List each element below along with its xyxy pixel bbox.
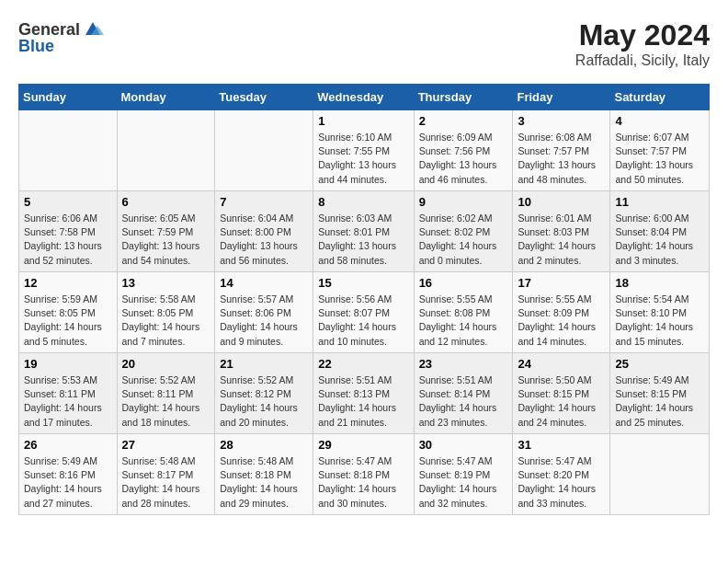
- calendar-day-19: 19Sunrise: 5:53 AMSunset: 8:11 PMDayligh…: [19, 353, 118, 434]
- calendar-day-15: 15Sunrise: 5:56 AMSunset: 8:07 PMDayligh…: [313, 272, 414, 353]
- calendar-day-8: 8Sunrise: 6:03 AMSunset: 8:01 PMDaylight…: [313, 191, 414, 272]
- day-info: Sunrise: 6:02 AMSunset: 8:02 PMDaylight:…: [419, 212, 508, 268]
- location-subtitle: Raffadali, Sicily, Italy: [575, 52, 710, 69]
- day-info: Sunrise: 5:47 AMSunset: 8:18 PMDaylight:…: [318, 454, 408, 511]
- weekday-header-sunday: Sunday: [19, 85, 118, 110]
- day-number: 14: [220, 276, 308, 290]
- day-number: 23: [419, 357, 508, 371]
- calendar-day-1: 1Sunrise: 6:10 AMSunset: 7:55 PMDaylight…: [313, 110, 414, 191]
- calendar-table: SundayMondayTuesdayWednesdayThursdayFrid…: [18, 84, 710, 515]
- day-number: 17: [518, 276, 605, 290]
- day-info: Sunrise: 5:52 AMSunset: 8:11 PMDaylight:…: [122, 373, 210, 430]
- day-number: 29: [318, 438, 408, 452]
- calendar-day-28: 28Sunrise: 5:48 AMSunset: 8:18 PMDayligh…: [215, 434, 313, 515]
- day-info: Sunrise: 5:52 AMSunset: 8:12 PMDaylight:…: [220, 373, 308, 430]
- calendar-week-row: 1Sunrise: 6:10 AMSunset: 7:55 PMDaylight…: [19, 110, 710, 191]
- day-number: 20: [122, 357, 210, 371]
- calendar-week-row: 26Sunrise: 5:49 AMSunset: 8:16 PMDayligh…: [19, 434, 710, 515]
- month-year-title: May 2024: [575, 18, 710, 52]
- calendar-day-25: 25Sunrise: 5:49 AMSunset: 8:15 PMDayligh…: [610, 353, 710, 434]
- calendar-day-10: 10Sunrise: 6:01 AMSunset: 8:03 PMDayligh…: [513, 191, 610, 272]
- day-info: Sunrise: 5:49 AMSunset: 8:16 PMDaylight:…: [24, 454, 112, 511]
- day-number: 27: [122, 438, 210, 452]
- weekday-header-monday: Monday: [117, 85, 215, 110]
- weekday-header-thursday: Thursday: [414, 85, 513, 110]
- calendar-day-11: 11Sunrise: 6:00 AMSunset: 8:04 PMDayligh…: [610, 191, 710, 272]
- day-number: 18: [615, 276, 704, 290]
- day-number: 31: [518, 438, 605, 452]
- day-info: Sunrise: 5:51 AMSunset: 8:14 PMDaylight:…: [419, 373, 508, 430]
- weekday-header-wednesday: Wednesday: [313, 85, 414, 110]
- calendar-day-3: 3Sunrise: 6:08 AMSunset: 7:57 PMDaylight…: [513, 110, 610, 191]
- page-header: General Blue May 2024 Raffadali, Sicily,…: [18, 18, 710, 69]
- day-info: Sunrise: 6:04 AMSunset: 8:00 PMDaylight:…: [220, 212, 308, 268]
- day-info: Sunrise: 5:56 AMSunset: 8:07 PMDaylight:…: [318, 293, 408, 349]
- calendar-day-17: 17Sunrise: 5:55 AMSunset: 8:09 PMDayligh…: [513, 272, 610, 353]
- day-number: 6: [122, 195, 210, 209]
- day-info: Sunrise: 5:49 AMSunset: 8:15 PMDaylight:…: [615, 373, 704, 430]
- calendar-day-27: 27Sunrise: 5:48 AMSunset: 8:17 PMDayligh…: [117, 434, 215, 515]
- day-info: Sunrise: 5:53 AMSunset: 8:11 PMDaylight:…: [24, 373, 112, 430]
- calendar-day-7: 7Sunrise: 6:04 AMSunset: 8:00 PMDaylight…: [215, 191, 313, 272]
- calendar-day-29: 29Sunrise: 5:47 AMSunset: 8:18 PMDayligh…: [313, 434, 414, 515]
- day-info: Sunrise: 6:01 AMSunset: 8:03 PMDaylight:…: [518, 212, 605, 268]
- logo-blue: Blue: [18, 37, 54, 56]
- weekday-header-row: SundayMondayTuesdayWednesdayThursdayFrid…: [19, 85, 710, 110]
- day-info: Sunrise: 6:03 AMSunset: 8:01 PMDaylight:…: [318, 212, 408, 268]
- weekday-header-tuesday: Tuesday: [215, 85, 313, 110]
- day-info: Sunrise: 6:00 AMSunset: 8:04 PMDaylight:…: [615, 212, 704, 268]
- day-info: Sunrise: 5:54 AMSunset: 8:10 PMDaylight:…: [615, 293, 704, 349]
- calendar-day-22: 22Sunrise: 5:51 AMSunset: 8:13 PMDayligh…: [313, 353, 414, 434]
- calendar-day-12: 12Sunrise: 5:59 AMSunset: 8:05 PMDayligh…: [19, 272, 118, 353]
- day-number: 5: [24, 195, 112, 209]
- day-number: 11: [615, 195, 704, 209]
- day-number: 9: [419, 195, 508, 209]
- day-number: 4: [615, 114, 704, 128]
- day-number: 3: [518, 114, 605, 128]
- calendar-week-row: 12Sunrise: 5:59 AMSunset: 8:05 PMDayligh…: [19, 272, 710, 353]
- day-number: 22: [318, 357, 408, 371]
- day-number: 2: [419, 114, 508, 128]
- day-number: 1: [318, 114, 408, 128]
- day-info: Sunrise: 5:47 AMSunset: 8:20 PMDaylight:…: [518, 454, 605, 511]
- day-info: Sunrise: 5:47 AMSunset: 8:19 PMDaylight:…: [419, 454, 508, 511]
- day-number: 8: [318, 195, 408, 209]
- title-block: May 2024 Raffadali, Sicily, Italy: [575, 18, 710, 69]
- day-number: 19: [24, 357, 112, 371]
- calendar-day-26: 26Sunrise: 5:49 AMSunset: 8:16 PMDayligh…: [19, 434, 118, 515]
- day-info: Sunrise: 5:57 AMSunset: 8:06 PMDaylight:…: [220, 293, 308, 349]
- logo: General Blue: [18, 18, 104, 56]
- day-number: 24: [518, 357, 605, 371]
- weekday-header-saturday: Saturday: [610, 85, 710, 110]
- calendar-day-18: 18Sunrise: 5:54 AMSunset: 8:10 PMDayligh…: [610, 272, 710, 353]
- day-info: Sunrise: 5:55 AMSunset: 8:08 PMDaylight:…: [419, 293, 508, 349]
- day-number: 13: [122, 276, 210, 290]
- day-info: Sunrise: 6:09 AMSunset: 7:56 PMDaylight:…: [419, 131, 508, 187]
- day-number: 25: [615, 357, 704, 371]
- calendar-day-2: 2Sunrise: 6:09 AMSunset: 7:56 PMDaylight…: [414, 110, 513, 191]
- day-info: Sunrise: 6:10 AMSunset: 7:55 PMDaylight:…: [318, 131, 408, 187]
- day-info: Sunrise: 5:50 AMSunset: 8:15 PMDaylight:…: [518, 373, 605, 430]
- calendar-day-4: 4Sunrise: 6:07 AMSunset: 7:57 PMDaylight…: [610, 110, 710, 191]
- calendar-day-13: 13Sunrise: 5:58 AMSunset: 8:05 PMDayligh…: [117, 272, 215, 353]
- calendar-empty-cell: [610, 434, 710, 515]
- day-info: Sunrise: 5:51 AMSunset: 8:13 PMDaylight:…: [318, 373, 408, 430]
- weekday-header-friday: Friday: [513, 85, 610, 110]
- logo-icon: [82, 18, 104, 40]
- day-info: Sunrise: 5:58 AMSunset: 8:05 PMDaylight:…: [122, 293, 210, 349]
- calendar-day-23: 23Sunrise: 5:51 AMSunset: 8:14 PMDayligh…: [414, 353, 513, 434]
- day-number: 12: [24, 276, 112, 290]
- day-info: Sunrise: 6:05 AMSunset: 7:59 PMDaylight:…: [122, 212, 210, 268]
- calendar-week-row: 5Sunrise: 6:06 AMSunset: 7:58 PMDaylight…: [19, 191, 710, 272]
- day-number: 10: [518, 195, 605, 209]
- day-number: 21: [220, 357, 308, 371]
- day-number: 26: [24, 438, 112, 452]
- day-number: 7: [220, 195, 308, 209]
- calendar-day-20: 20Sunrise: 5:52 AMSunset: 8:11 PMDayligh…: [117, 353, 215, 434]
- calendar-empty-cell: [215, 110, 313, 191]
- day-info: Sunrise: 6:06 AMSunset: 7:58 PMDaylight:…: [24, 212, 112, 268]
- day-info: Sunrise: 5:59 AMSunset: 8:05 PMDaylight:…: [24, 293, 112, 349]
- calendar-empty-cell: [19, 110, 118, 191]
- calendar-day-14: 14Sunrise: 5:57 AMSunset: 8:06 PMDayligh…: [215, 272, 313, 353]
- calendar-week-row: 19Sunrise: 5:53 AMSunset: 8:11 PMDayligh…: [19, 353, 710, 434]
